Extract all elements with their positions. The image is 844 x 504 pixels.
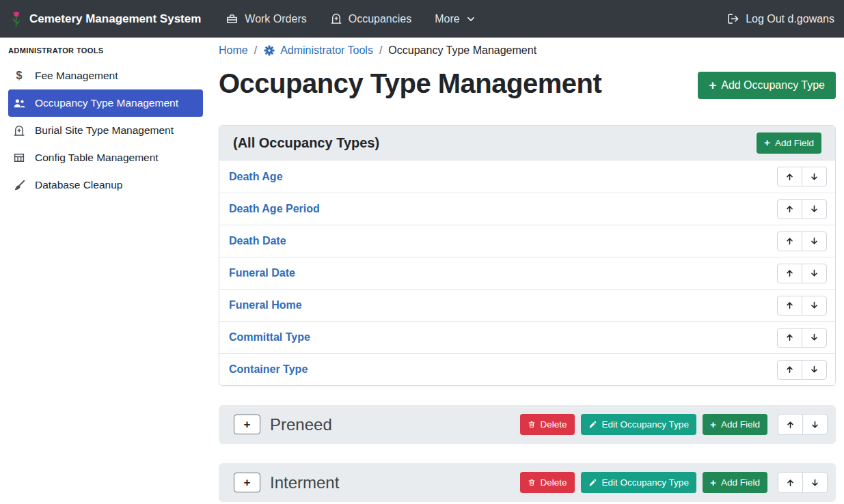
logout-label: Log Out d.gowans: [746, 13, 834, 25]
users-icon: [12, 98, 26, 109]
nav-more-label: More: [435, 13, 459, 25]
arrow-up-icon: [785, 204, 794, 214]
move-down-button[interactable]: [802, 296, 827, 316]
add-field-button[interactable]: + Add Field: [703, 472, 767, 493]
sidebar-item-database-cleanup[interactable]: Database Cleanup: [8, 171, 203, 199]
reorder-buttons: [777, 328, 827, 348]
breadcrumb-home-link[interactable]: Home: [219, 44, 248, 57]
logout-link[interactable]: Log Out d.gowans: [726, 12, 834, 25]
field-name-link[interactable]: Container Type: [229, 363, 308, 376]
field-row: Funeral Date: [219, 257, 835, 289]
tulip-logo-icon: [10, 10, 23, 28]
field-row: Committal Type: [219, 321, 835, 353]
edit-occupancy-type-button[interactable]: Edit Occupancy Type: [581, 472, 696, 493]
sidebar-item-label: Database Cleanup: [35, 179, 122, 191]
arrow-down-icon: [810, 204, 819, 214]
arrow-down-icon: [810, 300, 819, 310]
card-title: (All Occupancy Types): [233, 135, 379, 151]
broom-icon: [12, 179, 26, 192]
move-up-button[interactable]: [777, 296, 802, 316]
delete-label: Delete: [541, 477, 567, 488]
arrow-up-icon: [785, 365, 794, 374]
tombstone-icon: [12, 124, 26, 137]
arrow-up-icon: [785, 300, 794, 310]
field-row: Container Type: [219, 353, 835, 385]
sidebar-item-fee-management[interactable]: $ Fee Management: [8, 62, 203, 89]
move-down-button[interactable]: [802, 414, 828, 435]
section-title: Interment: [270, 473, 339, 492]
section-actions: Delete Edit Occupancy Type + Add Field: [520, 472, 828, 493]
edit-occupancy-type-label: Edit Occupancy Type: [602, 419, 689, 430]
move-down-button[interactable]: [802, 328, 827, 348]
trash-icon: [528, 420, 536, 429]
expand-section-button[interactable]: +: [234, 473, 260, 492]
sidebar-item-burial-site-type-management[interactable]: Burial Site Type Management: [8, 117, 203, 144]
field-row: Funeral Home: [219, 289, 835, 321]
field-name-link[interactable]: Death Age: [229, 171, 283, 183]
add-field-button[interactable]: + Add Field: [703, 414, 767, 435]
arrow-up-icon: [785, 268, 794, 278]
occupancy-type-section: + Preneed Delete: [219, 405, 836, 444]
plus-icon: +: [709, 79, 716, 92]
delete-button[interactable]: Delete: [520, 414, 575, 435]
move-up-button[interactable]: [777, 167, 802, 186]
move-down-button[interactable]: [802, 264, 827, 283]
move-up-button[interactable]: [777, 264, 802, 283]
field-row: Death Age: [219, 160, 835, 193]
sidebar-item-label: Burial Site Type Management: [35, 124, 174, 137]
field-name-link[interactable]: Death Age Period: [229, 203, 320, 215]
add-occupancy-type-button[interactable]: + Add Occupancy Type: [698, 72, 836, 99]
sidebar-item-label: Fee Management: [35, 70, 118, 82]
breadcrumb-admin-tools-link[interactable]: Administrator Tools: [263, 44, 373, 57]
chevron-down-icon: [466, 14, 476, 24]
page-title: Occupancy Type Management: [219, 66, 601, 100]
reorder-buttons: [777, 199, 827, 219]
field-row: Death Date: [219, 225, 835, 257]
plus-icon: +: [710, 419, 716, 430]
field-name-link[interactable]: Funeral Home: [229, 299, 302, 311]
app-brand[interactable]: Cemetery Management System: [10, 10, 201, 28]
move-down-button[interactable]: [802, 199, 827, 219]
field-name-link[interactable]: Committal Type: [229, 331, 310, 344]
reorder-buttons: [778, 472, 828, 493]
arrow-up-icon: [785, 236, 794, 246]
sections-list: + Preneed Delete: [219, 405, 836, 502]
move-up-button[interactable]: [777, 360, 802, 380]
add-field-button[interactable]: + Add Field: [757, 132, 821, 154]
arrow-up-icon: [785, 333, 794, 342]
plus-icon: +: [710, 477, 716, 488]
move-up-button[interactable]: [778, 414, 803, 435]
expand-section-button[interactable]: +: [234, 415, 260, 434]
nav-occupancies[interactable]: Occupancies: [330, 12, 412, 25]
breadcrumb-separator: /: [379, 44, 382, 57]
move-down-button[interactable]: [802, 472, 828, 493]
sidebar-item-label: Occupancy Type Management: [35, 97, 178, 109]
sidebar-item-config-table-management[interactable]: Config Table Management: [8, 144, 203, 171]
nav-work-orders-label: Work Orders: [245, 13, 306, 25]
edit-occupancy-type-button[interactable]: Edit Occupancy Type: [581, 414, 696, 435]
move-down-button[interactable]: [802, 360, 827, 380]
move-down-button[interactable]: [802, 232, 827, 251]
nav-more[interactable]: More: [435, 13, 475, 25]
add-occupancy-type-label: Add Occupancy Type: [721, 79, 825, 92]
delete-button[interactable]: Delete: [520, 472, 575, 493]
nav-work-orders[interactable]: Work Orders: [226, 12, 306, 25]
pencil-icon: [588, 478, 597, 487]
move-up-button[interactable]: [778, 472, 803, 493]
field-name-link[interactable]: Funeral Date: [229, 267, 295, 279]
gear-icon: [263, 44, 275, 57]
move-up-button[interactable]: [777, 232, 802, 251]
table-icon: [12, 152, 26, 164]
pencil-icon: [588, 420, 597, 429]
reorder-buttons: [777, 264, 827, 283]
breadcrumb-home-label: Home: [219, 44, 248, 57]
move-up-button[interactable]: [777, 199, 802, 219]
sidebar-item-occupancy-type-management[interactable]: Occupancy Type Management: [8, 89, 203, 117]
edit-occupancy-type-label: Edit Occupancy Type: [602, 477, 689, 488]
arrow-down-icon: [810, 268, 819, 278]
move-down-button[interactable]: [802, 167, 827, 186]
field-name-link[interactable]: Death Date: [229, 235, 286, 247]
breadcrumb-current: Occupancy Type Management: [388, 44, 536, 57]
arrow-up-icon: [786, 420, 795, 430]
move-up-button[interactable]: [777, 328, 802, 348]
